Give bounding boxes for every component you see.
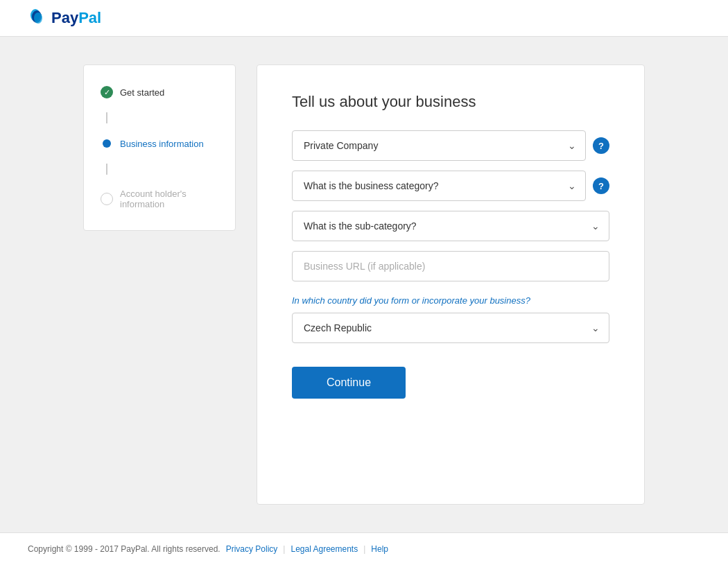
sidebar: ✓ Get started Business information Accou… <box>83 64 236 231</box>
sidebar-label-get-started: Get started <box>120 87 164 98</box>
step-icon-active <box>103 139 111 148</box>
logo-pal: Pal <box>78 9 101 26</box>
business-url-group <box>292 251 609 281</box>
country-select-wrapper: Czech Republic ⌄ <box>292 313 609 343</box>
footer-separator-1: | <box>283 544 285 554</box>
continue-button[interactable]: Continue <box>292 367 406 399</box>
continue-button-wrapper: Continue <box>292 353 609 399</box>
business-subcategory-group: What is the sub-category? ⌄ <box>292 211 609 241</box>
sidebar-connector-2 <box>106 164 107 175</box>
step-icon-inactive <box>101 193 113 205</box>
business-category-group: What is the business category? ⌄ ? <box>292 171 609 201</box>
sidebar-item-business-information: Business information <box>101 137 218 150</box>
footer-separator-2: | <box>363 544 365 554</box>
sidebar-label-account-holder: Account holder's information <box>120 189 218 209</box>
main-content: ✓ Get started Business information Accou… <box>0 37 728 532</box>
footer-legal-agreements[interactable]: Legal Agreements <box>291 544 358 554</box>
sidebar-item-get-started: ✓ Get started <box>101 86 218 98</box>
footer-help[interactable]: Help <box>371 544 388 554</box>
sidebar-connector-1 <box>106 112 107 123</box>
header: PayPal <box>0 0 728 37</box>
logo-pay: Pay <box>51 9 78 26</box>
step-icon-completed: ✓ <box>101 86 113 98</box>
footer-privacy-policy[interactable]: Privacy Policy <box>226 544 278 554</box>
country-question: In which country did you form or incorpo… <box>292 295 609 306</box>
footer: Copyright © 1999 - 2017 PayPal. All righ… <box>0 532 728 565</box>
business-subcategory-select[interactable]: What is the sub-category? <box>292 211 609 241</box>
form-title: Tell us about your business <box>292 93 609 111</box>
business-category-select[interactable]: What is the business category? <box>292 171 586 201</box>
business-type-group: Private Company ⌄ ? <box>292 130 609 161</box>
business-category-help-icon[interactable]: ? <box>593 177 609 194</box>
paypal-logo: PayPal <box>28 8 101 28</box>
business-type-select-wrapper: Private Company ⌄ <box>292 130 586 161</box>
paypal-logo-text: PayPal <box>51 9 101 27</box>
sidebar-label-business-info: Business information <box>120 139 204 149</box>
business-type-select[interactable]: Private Company <box>292 130 586 161</box>
business-url-input[interactable] <box>292 251 609 281</box>
business-subcategory-select-wrapper: What is the sub-category? ⌄ <box>292 211 609 241</box>
footer-copyright: Copyright © 1999 - 2017 PayPal. All righ… <box>28 544 220 554</box>
business-type-help-icon[interactable]: ? <box>593 137 609 154</box>
paypal-logo-icon <box>28 8 47 28</box>
form-panel: Tell us about your business Private Comp… <box>257 64 645 505</box>
country-group: Czech Republic ⌄ <box>292 313 609 343</box>
business-category-select-wrapper: What is the business category? ⌄ <box>292 171 586 201</box>
svg-point-2 <box>34 12 42 24</box>
country-select[interactable]: Czech Republic <box>292 313 609 343</box>
sidebar-item-account-holder: Account holder's information <box>101 189 218 209</box>
